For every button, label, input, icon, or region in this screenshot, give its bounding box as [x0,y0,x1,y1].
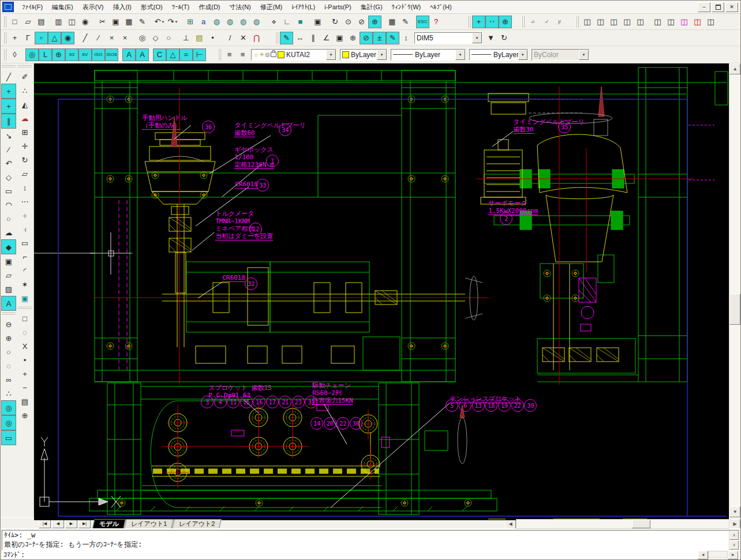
dim-edit-button[interactable]: ✎ [386,32,399,44]
dim-style-save-button[interactable]: ▼ [484,32,497,44]
properties-dialog-button[interactable]: ▣ [311,16,324,28]
web-save-button[interactable]: ◍ [237,16,250,28]
text-slant-button[interactable]: A [136,48,149,61]
snap-tangent-button[interactable]: ○ [162,32,175,44]
toolbar-grip[interactable] [18,65,32,68]
snap-quadrant-button[interactable]: ◇ [149,32,162,44]
mirror-button[interactable]: ◭ [18,97,32,111]
snap-from-button[interactable]: Γ [21,32,35,44]
layer-hash-button[interactable]: ◫ [678,16,691,28]
dim-text-edit-button[interactable]: ↕ [399,32,413,44]
circles-tangent-button[interactable]: ∴ [2,386,16,400]
zoom-dynamic-button[interactable]: ◌ [18,325,32,339]
polygon-button[interactable]: ◇ [2,170,16,184]
layer-pencil-button[interactable]: ◫ [620,16,634,28]
hscroll-left-icon[interactable]: ◀ [505,519,516,529]
donut-filled-button[interactable]: ◎ [1,415,16,430]
datum-l-button[interactable]: L [39,48,52,61]
text-button[interactable]: A [1,296,16,311]
cut-button[interactable]: ✂ [96,16,109,28]
layer-combo[interactable]: ☼ ☀ ◍ KUTAI2 ▼ [251,49,336,61]
edit-rectangle-button[interactable]: ▭ [18,236,32,250]
menu-v[interactable]: 表示(V) [78,1,108,13]
annotate-a-button[interactable]: a [197,16,210,28]
menu-o[interactable]: 形式(O) [136,1,167,13]
layer-bulb-button[interactable]: ◫ [651,16,664,28]
region-button[interactable]: ■ [294,16,307,28]
hscroll-right-icon[interactable]: ▶ [728,551,738,559]
save-file-button[interactable]: ▤ [35,16,48,28]
menu-w[interactable]: ｳｨﾝﾄﾞｳ(W) [387,2,426,12]
snap-endpoint-button[interactable]: ▫ [35,32,48,44]
dim-center-mark-button[interactable]: ⊕ [346,32,360,44]
toolbar-grip[interactable] [3,49,6,61]
restore-button[interactable] [712,2,724,12]
zoom-realtime-button[interactable]: ⊙ [342,16,355,28]
layer-on-icon[interactable]: ☼ [253,51,259,58]
lineweight-combo[interactable]: ByLayer ▼ [469,49,528,61]
drawing-canvas[interactable]: 手動用ハンドル（手動のみ）36タイミングベルトプーリ歯数6034ギヤボックス1/… [34,63,729,520]
app-icon[interactable] [2,2,14,12]
toolbar-grip[interactable] [3,32,6,44]
copy-properties-button[interactable]: ▣ [18,291,32,305]
zoom-window-button[interactable]: ⊕ [368,16,381,28]
undo-button[interactable]: ↶▼ [153,16,166,28]
menu-m[interactable]: 修正(M) [256,1,287,13]
corner-join-button[interactable]: |/ [553,16,566,28]
array-button[interactable]: ⊞ [18,125,32,139]
zoom-scale-button[interactable]: X [18,339,32,353]
dim-baseline-button[interactable]: ∥ [306,32,320,44]
snap-nearest-button[interactable]: / [223,32,237,44]
erase-stick-button[interactable]: ∕ [2,142,16,156]
menu-t[interactable]: ﾂｰﾙ(T) [167,2,194,12]
regen-button[interactable]: ↻ [328,16,342,28]
command-input[interactable]: ｺﾏﾝﾄﾞ: ◀ ▶ [2,550,739,559]
match-properties-button[interactable]: ✎ [136,16,149,28]
layer-plot-icon[interactable]: ◍ [265,51,270,58]
circle-3pt-button[interactable]: ◌ [2,359,16,373]
toolbar-grip[interactable] [218,49,221,61]
table-button[interactable]: ▦ [386,16,399,28]
dim-diameter-button[interactable]: ⊘ [360,32,373,44]
circle-radius-button[interactable]: ⊖ [2,317,16,331]
dim-linear-button[interactable]: ↔ [293,32,306,44]
hatch-button[interactable]: ▨ [2,282,16,296]
chamfer-button[interactable]: ⌐ [18,250,32,264]
snap-insert-button[interactable]: ▤ [193,32,206,44]
toolbar-grip[interactable] [275,32,278,44]
zoom-window-button[interactable]: □ [18,311,32,325]
esc-button[interactable]: ESC [416,16,429,28]
circle-diameter-button[interactable]: ⊕ [2,331,16,345]
chevron-down-icon[interactable]: ▼ [472,33,482,43]
toolbar-grip[interactable] [2,313,16,315]
break-button[interactable]: -/ [540,16,553,28]
snap-intersection-button[interactable]: × [105,32,118,44]
chevron-down-icon[interactable]: ▼ [377,50,387,60]
layer-merge-button[interactable]: ◫ [704,16,717,28]
text-color-button[interactable]: A [122,48,136,61]
draw-ray-button[interactable]: ∕ [92,32,105,44]
web-plot-button[interactable]: ◍ [223,16,237,28]
fillet-button[interactable]: ◜ [18,264,32,277]
layer-previous-button[interactable]: ≡ [236,48,249,61]
wipeout-button[interactable]: ◊ [8,48,21,61]
open-file-button[interactable]: ▱ [21,16,35,28]
aerial-view-button[interactable]: ⊞ [184,16,197,28]
dim-leader-button[interactable]: ✎ [280,32,293,44]
donut-button[interactable]: ◎ [1,400,16,415]
move-button[interactable]: ✛ [18,139,32,153]
datum-arrow-button[interactable]: ⊢ [193,48,206,61]
hatch-lines-button[interactable]: ∥ [1,114,16,129]
break-at-point-button[interactable]: -|- [18,208,32,222]
balloon-triangle-button[interactable]: △ [166,48,179,61]
snap-apparent-intersection-button[interactable]: × [118,32,132,44]
draw-line-button[interactable]: ╱ [2,70,16,84]
menu-ipartsp[interactable]: i-Parts(P) [320,2,355,12]
layer-state-button[interactable]: ◫ [664,16,678,28]
scroll-up-icon[interactable]: ∧ [729,531,739,540]
divide-button[interactable]: ∴ [18,84,32,97]
snap-target-button[interactable]: ⊕ [499,16,512,28]
surface-finish-63-button[interactable]: 63 [65,48,78,61]
surface-iso-6v-button[interactable]: ISO6 [105,48,118,61]
copy-button[interactable]: ▣ [109,16,122,28]
